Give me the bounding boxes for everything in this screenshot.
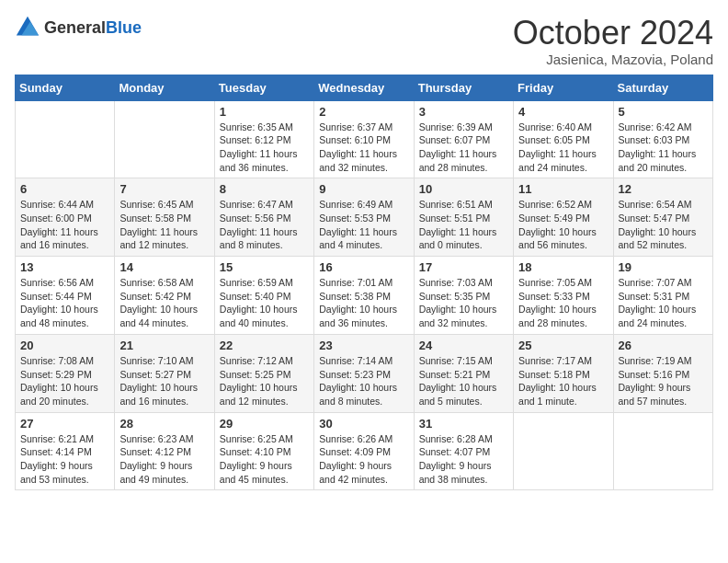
day-info: Sunrise: 6:59 AM Sunset: 5:40 PM Dayligh… bbox=[220, 276, 309, 330]
calendar-cell bbox=[16, 100, 115, 178]
calendar-cell: 29Sunrise: 6:25 AM Sunset: 4:10 PM Dayli… bbox=[214, 412, 313, 490]
calendar-cell: 19Sunrise: 7:07 AM Sunset: 5:31 PM Dayli… bbox=[613, 257, 712, 335]
day-info: Sunrise: 7:19 AM Sunset: 5:16 PM Dayligh… bbox=[619, 354, 708, 408]
calendar-cell: 6Sunrise: 6:44 AM Sunset: 6:00 PM Daylig… bbox=[16, 178, 115, 257]
day-number: 22 bbox=[220, 339, 309, 352]
day-info: Sunrise: 6:49 AM Sunset: 5:53 PM Dayligh… bbox=[319, 198, 408, 252]
weekday-header-thursday: Thursday bbox=[414, 75, 513, 100]
week-row-2: 6Sunrise: 6:44 AM Sunset: 6:00 PM Daylig… bbox=[16, 178, 713, 257]
day-number: 14 bbox=[119, 260, 209, 274]
day-info: Sunrise: 6:23 AM Sunset: 4:12 PM Dayligh… bbox=[119, 432, 209, 487]
day-info: Sunrise: 6:54 AM Sunset: 5:47 PM Dayligh… bbox=[619, 198, 708, 252]
day-number: 26 bbox=[619, 339, 708, 352]
day-number: 10 bbox=[419, 182, 508, 196]
day-number: 3 bbox=[419, 105, 508, 119]
day-info: Sunrise: 6:45 AM Sunset: 5:58 PM Dayligh… bbox=[119, 198, 209, 252]
day-number: 18 bbox=[518, 260, 608, 274]
day-info: Sunrise: 7:01 AM Sunset: 5:38 PM Dayligh… bbox=[319, 276, 408, 330]
calendar-cell: 17Sunrise: 7:03 AM Sunset: 5:35 PM Dayli… bbox=[414, 257, 513, 335]
day-info: Sunrise: 6:25 AM Sunset: 4:10 PM Dayligh… bbox=[220, 432, 309, 487]
calendar-cell: 25Sunrise: 7:17 AM Sunset: 5:18 PM Dayli… bbox=[514, 334, 613, 412]
calendar-cell: 16Sunrise: 7:01 AM Sunset: 5:38 PM Dayli… bbox=[314, 257, 414, 335]
calendar-cell: 8Sunrise: 6:47 AM Sunset: 5:56 PM Daylig… bbox=[214, 178, 313, 257]
calendar-cell: 20Sunrise: 7:08 AM Sunset: 5:29 PM Dayli… bbox=[16, 334, 115, 412]
day-info: Sunrise: 7:05 AM Sunset: 5:33 PM Dayligh… bbox=[518, 276, 608, 330]
calendar-cell bbox=[613, 412, 712, 490]
day-number: 30 bbox=[319, 417, 408, 431]
week-row-4: 20Sunrise: 7:08 AM Sunset: 5:29 PM Dayli… bbox=[16, 334, 713, 412]
day-info: Sunrise: 7:10 AM Sunset: 5:27 PM Dayligh… bbox=[119, 354, 209, 408]
day-number: 1 bbox=[220, 105, 309, 119]
week-row-3: 13Sunrise: 6:56 AM Sunset: 5:44 PM Dayli… bbox=[16, 257, 713, 335]
day-number: 25 bbox=[518, 339, 608, 352]
day-number: 11 bbox=[518, 182, 608, 196]
calendar-cell: 1Sunrise: 6:35 AM Sunset: 6:12 PM Daylig… bbox=[214, 100, 313, 178]
calendar-cell: 7Sunrise: 6:45 AM Sunset: 5:58 PM Daylig… bbox=[115, 178, 214, 257]
calendar-cell: 22Sunrise: 7:12 AM Sunset: 5:25 PM Dayli… bbox=[214, 334, 313, 412]
calendar-table: SundayMondayTuesdayWednesdayThursdayFrid… bbox=[15, 75, 713, 491]
day-info: Sunrise: 6:28 AM Sunset: 4:07 PM Dayligh… bbox=[419, 432, 508, 487]
day-info: Sunrise: 7:14 AM Sunset: 5:23 PM Dayligh… bbox=[319, 354, 408, 408]
logo: GeneralBlue bbox=[15, 15, 142, 40]
day-info: Sunrise: 7:07 AM Sunset: 5:31 PM Dayligh… bbox=[619, 276, 708, 330]
day-number: 20 bbox=[20, 339, 109, 352]
day-info: Sunrise: 6:56 AM Sunset: 5:44 PM Dayligh… bbox=[20, 276, 109, 330]
weekday-header-wednesday: Wednesday bbox=[314, 75, 414, 100]
day-info: Sunrise: 6:42 AM Sunset: 6:03 PM Dayligh… bbox=[619, 121, 708, 175]
weekday-header-saturday: Saturday bbox=[613, 75, 712, 100]
calendar-cell bbox=[115, 100, 214, 178]
weekday-header-row: SundayMondayTuesdayWednesdayThursdayFrid… bbox=[16, 75, 713, 100]
day-number: 27 bbox=[20, 417, 109, 431]
logo-text-blue: Blue bbox=[106, 18, 142, 37]
calendar-cell: 12Sunrise: 6:54 AM Sunset: 5:47 PM Dayli… bbox=[613, 178, 712, 257]
month-title: October 2024 bbox=[513, 15, 713, 52]
location-title: Jasienica, Mazovia, Poland bbox=[513, 52, 713, 67]
calendar-cell: 10Sunrise: 6:51 AM Sunset: 5:51 PM Dayli… bbox=[414, 178, 513, 257]
calendar-cell: 3Sunrise: 6:39 AM Sunset: 6:07 PM Daylig… bbox=[414, 100, 513, 178]
day-info: Sunrise: 6:21 AM Sunset: 4:14 PM Dayligh… bbox=[20, 432, 109, 487]
day-info: Sunrise: 6:58 AM Sunset: 5:42 PM Dayligh… bbox=[119, 276, 209, 330]
calendar-cell: 24Sunrise: 7:15 AM Sunset: 5:21 PM Dayli… bbox=[414, 334, 513, 412]
weekday-header-friday: Friday bbox=[514, 75, 613, 100]
week-row-1: 1Sunrise: 6:35 AM Sunset: 6:12 PM Daylig… bbox=[16, 100, 713, 178]
day-number: 28 bbox=[119, 417, 209, 431]
day-number: 31 bbox=[419, 417, 508, 431]
calendar-cell: 28Sunrise: 6:23 AM Sunset: 4:12 PM Dayli… bbox=[115, 412, 214, 490]
day-info: Sunrise: 7:12 AM Sunset: 5:25 PM Dayligh… bbox=[220, 354, 309, 408]
calendar-cell: 21Sunrise: 7:10 AM Sunset: 5:27 PM Dayli… bbox=[115, 334, 214, 412]
day-number: 8 bbox=[220, 182, 309, 196]
calendar-cell: 31Sunrise: 6:28 AM Sunset: 4:07 PM Dayli… bbox=[414, 412, 513, 490]
weekday-header-monday: Monday bbox=[115, 75, 214, 100]
calendar-cell: 4Sunrise: 6:40 AM Sunset: 6:05 PM Daylig… bbox=[514, 100, 613, 178]
weekday-header-sunday: Sunday bbox=[16, 75, 115, 100]
day-number: 6 bbox=[20, 182, 109, 196]
calendar-cell: 2Sunrise: 6:37 AM Sunset: 6:10 PM Daylig… bbox=[314, 100, 414, 178]
logo-icon bbox=[15, 15, 40, 40]
calendar-cell: 11Sunrise: 6:52 AM Sunset: 5:49 PM Dayli… bbox=[514, 178, 613, 257]
day-number: 13 bbox=[20, 260, 109, 274]
day-number: 16 bbox=[319, 260, 408, 274]
day-number: 21 bbox=[119, 339, 209, 352]
day-number: 29 bbox=[220, 417, 309, 431]
logo-text-general: General bbox=[44, 18, 106, 37]
calendar-cell: 9Sunrise: 6:49 AM Sunset: 5:53 PM Daylig… bbox=[314, 178, 414, 257]
day-number: 7 bbox=[119, 182, 209, 196]
calendar-cell: 18Sunrise: 7:05 AM Sunset: 5:33 PM Dayli… bbox=[514, 257, 613, 335]
weekday-header-tuesday: Tuesday bbox=[214, 75, 313, 100]
day-info: Sunrise: 6:51 AM Sunset: 5:51 PM Dayligh… bbox=[419, 198, 508, 252]
day-info: Sunrise: 6:35 AM Sunset: 6:12 PM Dayligh… bbox=[220, 121, 309, 175]
title-area: October 2024 Jasienica, Mazovia, Poland bbox=[513, 15, 713, 67]
day-number: 5 bbox=[619, 105, 708, 119]
calendar-cell: 13Sunrise: 6:56 AM Sunset: 5:44 PM Dayli… bbox=[16, 257, 115, 335]
day-info: Sunrise: 6:44 AM Sunset: 6:00 PM Dayligh… bbox=[20, 198, 109, 252]
day-info: Sunrise: 6:39 AM Sunset: 6:07 PM Dayligh… bbox=[419, 121, 508, 175]
calendar-cell: 14Sunrise: 6:58 AM Sunset: 5:42 PM Dayli… bbox=[115, 257, 214, 335]
day-info: Sunrise: 7:03 AM Sunset: 5:35 PM Dayligh… bbox=[419, 276, 508, 330]
day-number: 9 bbox=[319, 182, 408, 196]
day-number: 12 bbox=[619, 182, 708, 196]
day-number: 4 bbox=[518, 105, 608, 119]
day-number: 15 bbox=[220, 260, 309, 274]
calendar-cell bbox=[514, 412, 613, 490]
calendar-cell: 30Sunrise: 6:26 AM Sunset: 4:09 PM Dayli… bbox=[314, 412, 414, 490]
calendar-cell: 23Sunrise: 7:14 AM Sunset: 5:23 PM Dayli… bbox=[314, 334, 414, 412]
